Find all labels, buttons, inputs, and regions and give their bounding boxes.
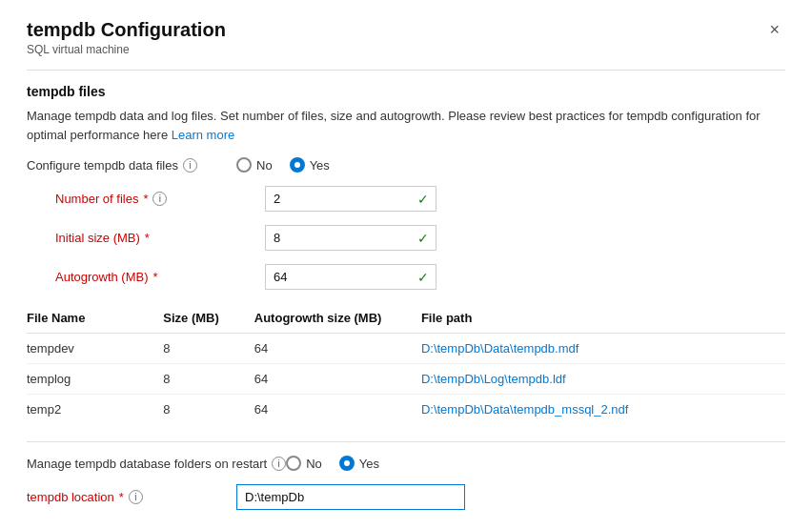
manage-restart-radio-group: No Yes xyxy=(286,456,379,471)
col-header-autogrowth: Autogrowth size (MB) xyxy=(254,303,421,334)
learn-more-link[interactable]: Learn more xyxy=(172,128,234,142)
manage-restart-info-icon: i xyxy=(272,457,286,471)
cell-autogrowth-2: 64 xyxy=(254,364,421,395)
tempdb-location-label: tempdb location * i xyxy=(27,490,236,504)
filepath-link-2[interactable]: D:\tempDb\Log\tempdb.ldf xyxy=(421,372,566,386)
cell-filename-3: temp2 xyxy=(27,395,163,425)
cell-filepath-2: D:\tempDb\Log\tempdb.ldf xyxy=(421,364,785,395)
header-divider xyxy=(27,70,785,71)
section-divider xyxy=(27,441,785,442)
required-star-size: * xyxy=(145,231,150,245)
number-of-files-label: Number of files * i xyxy=(55,192,265,206)
autogrowth-input[interactable] xyxy=(265,264,436,290)
number-of-files-info-icon: i xyxy=(152,192,167,206)
configure-tempdb-label: Configure tempdb data files i xyxy=(27,158,236,173)
autogrowth-row: Autogrowth (MB) * ✓ xyxy=(55,264,785,290)
description-text: Manage tempdb data and log files. Set nu… xyxy=(27,109,761,142)
configure-no-label: No xyxy=(256,158,273,173)
restart-yes-label: Yes xyxy=(359,457,379,471)
configure-tempdb-row: Configure tempdb data files i No Yes xyxy=(27,157,785,173)
cell-autogrowth-3: 64 xyxy=(254,395,421,425)
restart-no-label: No xyxy=(306,457,322,471)
cell-size-2: 8 xyxy=(163,364,254,395)
filepath-link-3[interactable]: D:\tempDb\Data\tempdb_mssql_2.ndf xyxy=(421,402,629,417)
configure-no-radio[interactable] xyxy=(236,157,252,173)
tempdb-files-table: File Name Size (MB) Autogrowth size (MB)… xyxy=(27,303,785,424)
dialog-header-left: tempdb Configuration SQL virtual machine xyxy=(27,19,226,56)
col-header-size: Size (MB) xyxy=(163,303,254,334)
initial-size-check-icon: ✓ xyxy=(417,231,429,246)
initial-size-input[interactable] xyxy=(265,225,436,251)
manage-restart-label: Manage tempdb database folders on restar… xyxy=(27,457,286,471)
table-header: File Name Size (MB) Autogrowth size (MB)… xyxy=(27,303,785,334)
autogrowth-label: Autogrowth (MB) * xyxy=(55,270,265,284)
number-of-files-input[interactable] xyxy=(265,186,436,212)
cell-filepath-1: D:\tempDb\Data\tempdb.mdf xyxy=(421,334,785,364)
tempdb-location-info-icon: i xyxy=(129,490,143,504)
tempdb-configuration-dialog: tempdb Configuration SQL virtual machine… xyxy=(0,0,812,529)
number-of-files-input-wrapper: ✓ xyxy=(265,186,436,212)
cell-autogrowth-1: 64 xyxy=(254,334,421,364)
manage-restart-section: Manage tempdb database folders on restar… xyxy=(27,456,785,510)
tempdb-files-section: tempdb files Manage tempdb data and log … xyxy=(27,84,785,424)
initial-size-input-wrapper: ✓ xyxy=(265,225,436,251)
autogrowth-check-icon: ✓ xyxy=(417,270,429,285)
initial-size-label: Initial size (MB) * xyxy=(55,231,265,245)
cell-size-1: 8 xyxy=(163,334,254,364)
number-of-files-check-icon: ✓ xyxy=(417,192,429,207)
configure-yes-label: Yes xyxy=(310,158,330,173)
tempdb-location-row: tempdb location * i xyxy=(27,484,785,510)
tempdb-location-input[interactable] xyxy=(236,484,465,510)
table-body: tempdev 8 64 D:\tempDb\Data\tempdb.mdf t… xyxy=(27,334,785,425)
restart-no-radio[interactable] xyxy=(286,456,301,471)
required-star-files: * xyxy=(143,192,148,206)
configure-tempdb-radio-group: No Yes xyxy=(236,157,330,173)
col-header-filename: File Name xyxy=(27,303,163,334)
initial-size-row: Initial size (MB) * ✓ xyxy=(55,225,785,251)
table-row: tempdev 8 64 D:\tempDb\Data\tempdb.mdf xyxy=(27,334,785,364)
cell-filepath-3: D:\tempDb\Data\tempdb_mssql_2.ndf xyxy=(421,395,785,425)
section-title: tempdb files xyxy=(27,84,785,99)
dialog-header: tempdb Configuration SQL virtual machine… xyxy=(27,19,785,56)
restart-no-option[interactable]: No xyxy=(286,456,322,471)
configure-yes-radio[interactable] xyxy=(290,157,305,173)
configure-yes-option[interactable]: Yes xyxy=(290,157,330,173)
configure-no-option[interactable]: No xyxy=(236,157,273,173)
restart-yes-option[interactable]: Yes xyxy=(339,456,379,471)
col-header-filepath: File path xyxy=(421,303,785,334)
cell-filename-2: templog xyxy=(27,364,163,395)
configure-tempdb-info-icon: i xyxy=(183,158,197,173)
manage-restart-row: Manage tempdb database folders on restar… xyxy=(27,456,785,471)
close-button[interactable]: × xyxy=(763,19,785,40)
table-row: templog 8 64 D:\tempDb\Log\tempdb.ldf xyxy=(27,364,785,395)
number-of-files-row: Number of files * i ✓ xyxy=(55,186,785,212)
table-row: temp2 8 64 D:\tempDb\Data\tempdb_mssql_2… xyxy=(27,395,785,425)
dialog-title: tempdb Configuration xyxy=(27,19,226,41)
dialog-subtitle: SQL virtual machine xyxy=(27,43,226,56)
required-star-location: * xyxy=(119,490,124,504)
required-star-autogrowth: * xyxy=(153,270,158,284)
sub-form-fields: Number of files * i ✓ Initial size (MB) … xyxy=(55,186,785,290)
cell-filename-1: tempdev xyxy=(27,334,163,364)
cell-size-3: 8 xyxy=(163,395,254,425)
section-description: Manage tempdb data and log files. Set nu… xyxy=(27,107,785,144)
filepath-link-1[interactable]: D:\tempDb\Data\tempdb.mdf xyxy=(421,341,579,356)
autogrowth-input-wrapper: ✓ xyxy=(265,264,436,290)
restart-yes-radio[interactable] xyxy=(339,456,355,471)
